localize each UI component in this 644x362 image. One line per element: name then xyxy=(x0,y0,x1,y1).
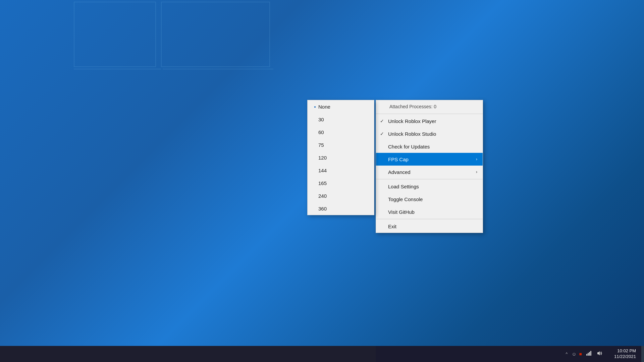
fps-60-item[interactable]: 60 xyxy=(308,126,374,138)
fps-75-item[interactable]: 75 xyxy=(308,138,374,151)
fps-120-label: 120 xyxy=(318,155,327,161)
fps-75-label: 75 xyxy=(318,142,324,148)
taskbar-left-area xyxy=(0,346,376,362)
load-settings-item[interactable]: Load Settings xyxy=(376,180,483,193)
fps-none-item[interactable]: ● None xyxy=(308,100,374,113)
system-tray: ^ ☺ ■ xyxy=(559,346,609,362)
fps-360-item[interactable]: 360 xyxy=(308,202,374,215)
fps-cap-submenu: ● None 30 60 75 120 144 165 240 xyxy=(307,100,374,215)
advanced-arrow-icon: › xyxy=(476,170,477,174)
fps-30-item[interactable]: 30 xyxy=(308,113,374,126)
fps-360-label: 360 xyxy=(318,206,327,212)
toggle-console-label: Toggle Console xyxy=(388,196,477,202)
svg-marker-4 xyxy=(597,351,600,355)
windows-logo xyxy=(72,0,277,80)
unlock-studio-item[interactable]: ✓ Unlock Roblox Studio xyxy=(376,127,483,140)
toggle-console-item[interactable]: Toggle Console xyxy=(376,193,483,205)
fps-cap-label: FPS Cap xyxy=(388,157,473,162)
fps-240-item[interactable]: 240 xyxy=(308,189,374,202)
svg-rect-2 xyxy=(589,352,590,356)
fps-120-item[interactable]: 120 xyxy=(308,151,374,164)
fps-144-label: 144 xyxy=(318,168,327,173)
fps-none-label: None xyxy=(318,104,330,110)
check-updates-item[interactable]: Check for Updates xyxy=(376,140,483,153)
show-desktop-button[interactable] xyxy=(641,346,644,362)
visit-github-label: Visit GitHub xyxy=(388,209,477,215)
taskbar-date: 11/22/2021 xyxy=(614,354,636,360)
fps-none-dot: ● xyxy=(312,105,318,109)
menu-separator-3 xyxy=(376,219,483,219)
fps-30-label: 30 xyxy=(318,117,324,122)
svg-rect-1 xyxy=(588,353,589,356)
volume-icon[interactable] xyxy=(595,351,603,357)
advanced-label: Advanced xyxy=(388,169,473,175)
menu-separator-2 xyxy=(376,179,483,179)
fps-165-item[interactable]: 165 xyxy=(308,177,374,189)
unlock-player-item[interactable]: ✓ Unlock Roblox Player xyxy=(376,115,483,127)
check-updates-label: Check for Updates xyxy=(388,144,477,149)
svg-rect-0 xyxy=(586,354,587,356)
svg-rect-3 xyxy=(590,351,591,356)
unlock-player-label: Unlock Roblox Player xyxy=(388,118,477,124)
win-logo-pane-tl xyxy=(74,2,156,67)
fps-cap-item[interactable]: FPS Cap › xyxy=(376,153,483,166)
desktop: ● None 30 60 75 120 144 165 240 xyxy=(0,0,644,362)
unlock-studio-label: Unlock Roblox Studio xyxy=(388,131,477,137)
attached-processes-label: Attached Processes: 0 xyxy=(389,104,477,109)
network-icon[interactable] xyxy=(585,351,593,357)
fps-240-label: 240 xyxy=(318,193,327,199)
fps-60-label: 60 xyxy=(318,129,324,135)
tray-expand-button[interactable]: ^ xyxy=(565,350,569,358)
unlock-studio-check: ✓ xyxy=(380,131,388,136)
fps-cap-arrow-icon: › xyxy=(476,157,477,162)
advanced-item[interactable]: Advanced › xyxy=(376,166,483,178)
tray-roblox-icon[interactable]: ■ xyxy=(579,351,582,357)
tray-emoji-icon[interactable]: ☺ xyxy=(572,351,576,357)
fps-165-label: 165 xyxy=(318,180,327,186)
attached-processes-header: Attached Processes: 0 xyxy=(376,100,483,113)
exit-label: Exit xyxy=(388,224,477,229)
taskbar-time: 10:02 PM xyxy=(614,348,636,354)
taskbar-clock[interactable]: 10:02 PM 11/22/2021 xyxy=(609,348,641,360)
exit-item[interactable]: Exit xyxy=(376,220,483,233)
menu-separator-1 xyxy=(376,114,483,114)
unlock-player-check: ✓ xyxy=(380,118,388,124)
fps-144-item[interactable]: 144 xyxy=(308,164,374,177)
win-logo-pane-tr xyxy=(161,2,270,67)
context-menu: Attached Processes: 0 ✓ Unlock Roblox Pl… xyxy=(376,100,483,233)
visit-github-item[interactable]: Visit GitHub xyxy=(376,205,483,218)
taskbar: ^ ☺ ■ xyxy=(0,346,644,362)
load-settings-label: Load Settings xyxy=(388,184,477,189)
